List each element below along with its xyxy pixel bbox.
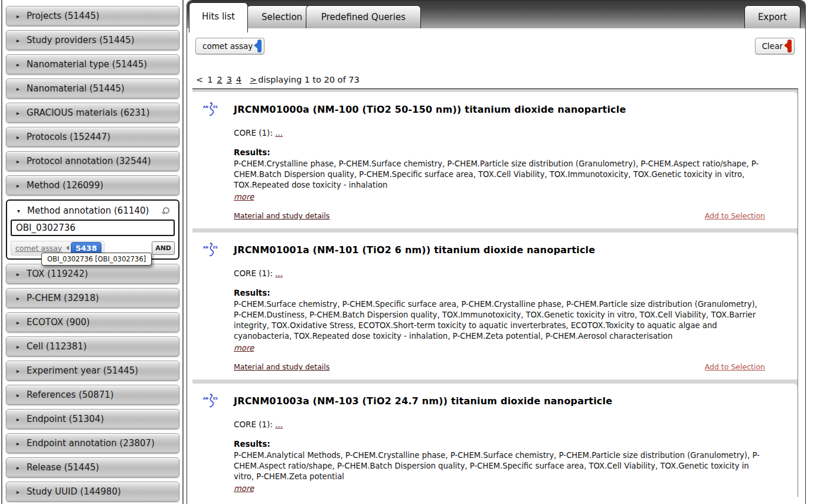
facet-sidebar: ▸ Projects (51445) ▸ Study providers (51… [1,0,184,504]
tab-hits-list[interactable]: Hits list [189,2,248,32]
facet-item-label: P-CHEM (32918) [27,293,99,303]
result-links-row: Material and study details Add to Select… [234,362,765,371]
more-link[interactable]: more [234,343,254,354]
tab-predefined-queries[interactable]: Predefined Queries [306,5,421,28]
active-filter-chip[interactable]: comet assay [195,38,264,54]
result-card: AN ES JRCNM01003a (NM-103 (TiO2 24.7 nm)… [192,384,798,497]
page-link-2[interactable]: 2 [217,75,222,84]
facet-item-p-chem-32918[interactable]: ▸ P-CHEM (32918) [6,288,179,308]
svg-text:AN: AN [203,105,208,109]
facet-search-input[interactable] [11,220,175,236]
facet-item-gracious-materials-6231[interactable]: ▸ GRACIOUS materials (6231) [6,103,179,123]
facet-method-annotation-header[interactable]: ▾ Method annotation (61140) [11,202,175,220]
chevron-right-icon: ▸ [17,182,19,189]
core-expand-link[interactable]: ... [275,128,283,138]
results-text: P-CHEM.Surface chemistry, P-CHEM.Specifi… [234,299,765,342]
svg-text:ES: ES [213,105,218,109]
facet-item-label: Nanomaterial (51445) [27,83,125,94]
core-expand-link[interactable]: ... [275,269,283,278]
more-link[interactable]: more [234,192,254,202]
chevron-right-icon: ▸ [17,416,19,423]
facet-method-annotation-open: ▾ Method annotation (61140) comet assay … [6,199,179,260]
facet-item-protocol-annotation-32544[interactable]: ▸ Protocol annotation (32544) [6,151,179,171]
facet-item-references-50871[interactable]: ▸ References (50871) [6,385,179,405]
facet-item-cell-112381[interactable]: ▸ Cell (112381) [6,336,179,356]
facet-item-label: Study UUID (144980) [27,486,121,497]
pagination: <1234>displaying 1 to 20 of 73 [187,54,805,84]
results-text: P-CHEM.Analytical Methods, P-CHEM.Crysta… [234,450,765,482]
core-label: CORE (1): [234,420,275,429]
core-row: CORE (1): ... [234,128,765,138]
results-text: P-CHEM.Crystalline phase, P-CHEM.Surface… [234,159,765,191]
anses-logo-icon: AN ES [203,102,218,117]
facet-item-nanomaterial-type-51445[interactable]: ▸ Nanomaterial type (51445) [6,54,179,74]
facet-item-projects-51445[interactable]: ▸ Projects (51445) [6,6,179,26]
svg-text:ES: ES [213,397,218,400]
facet-item-method-126099[interactable]: ▸ Method (126099) [6,175,179,195]
chevron-right-icon: ▸ [17,158,19,165]
facet-item-label: Endpoint (51304) [27,414,104,424]
facet-item-ecotox-900[interactable]: ▸ ECOTOX (900) [6,312,179,332]
chevron-right-icon: ▸ [17,343,19,350]
chip-arrow-icon [66,246,69,250]
svg-text:ES: ES [213,246,218,249]
clear-icon[interactable] [787,40,792,53]
page-link-4[interactable]: 4 [236,75,241,84]
and-operator-button[interactable]: AND [152,241,175,255]
result-title: JRCNM01001a (NM-101 (TiO2 6 nm)) titaniu… [234,244,765,256]
page-links: 234 [217,75,246,84]
facet-list-top: ▸ Projects (51445) ▸ Study providers (51… [6,6,179,195]
facet-item-label: Protocols (152447) [27,132,110,142]
facet-chip-label[interactable]: comet assay [15,244,62,253]
remove-filter-icon[interactable] [257,40,262,53]
tab-export[interactable]: Export [744,5,800,28]
results-label: Results: [234,288,765,297]
facet-item-label: Method (126099) [27,180,103,191]
material-details-link[interactable]: Material and study details [234,211,330,220]
facet-item-study-providers-51445[interactable]: ▸ Study providers (51445) [6,30,179,50]
facet-item-endpoint-annotation-23807[interactable]: ▸ Endpoint annotation (23807) [6,433,179,453]
core-expand-link[interactable]: ... [275,420,283,429]
chevron-right-icon: ▸ [17,464,19,471]
facet-item-label: Release (51445) [27,462,99,473]
facet-item-label: ECOTOX (900) [27,317,90,328]
svg-text:AN: AN [203,246,208,249]
chevron-right-icon: ▸ [17,110,19,116]
facet-item-study-uuid-144980[interactable]: ▸ Study UUID (144980) [6,482,179,502]
facet-item-label: Endpoint annotation (23807) [27,438,155,449]
result-title: JRCNM01000a (NM-100 (TiO2 50-150 nm)) ti… [234,104,765,115]
facet-item-endpoint-51304[interactable]: ▸ Endpoint (51304) [6,409,179,429]
facet-item-protocols-152447[interactable]: ▸ Protocols (152447) [6,127,179,147]
material-details-link[interactable]: Material and study details [234,362,330,371]
page-link-3[interactable]: 3 [227,75,232,84]
result-body: JRCNM01001a (NM-101 (TiO2 6 nm)) titaniu… [234,244,765,371]
facet-item-nanomaterial-51445[interactable]: ▸ Nanomaterial (51445) [6,78,179,99]
facet-label: Method annotation (61140) [27,205,149,216]
facet-item-label: Protocol annotation (32544) [27,156,151,166]
page-prev[interactable]: < [196,75,203,84]
chevron-right-icon: ▸ [17,392,19,398]
page-current: 1 [207,75,213,84]
main-panel: Hits list Selection Predefined Queries E… [187,0,806,504]
clear-button-label: Clear [762,41,783,51]
result-body: JRCNM01003a (NM-103 (TiO2 24.7 nm)) tita… [234,395,765,497]
more-link[interactable]: more [234,483,254,494]
add-to-selection-link[interactable]: Add to Selection [705,362,765,371]
core-label: CORE (1): [234,128,275,138]
term-tooltip: OBI_0302736 [OBI_0302736] [41,253,152,266]
core-row: CORE (1): ... [234,269,765,278]
chevron-right-icon: ▸ [17,13,19,19]
facet-item-release-51445[interactable]: ▸ Release (51445) [6,457,179,477]
add-to-selection-link[interactable]: Add to Selection [705,211,765,220]
clear-filters-button[interactable]: Clear [755,38,795,54]
facet-item-experiment-year-51445[interactable]: ▸ Experiment year (51445) [6,361,179,381]
facet-item-tox-119242[interactable]: ▸ TOX (119242) [6,264,179,284]
core-row: CORE (1): ... [234,420,765,429]
page-next[interactable]: > [250,75,257,84]
search-icon[interactable] [162,207,170,215]
facet-item-label: TOX (119242) [27,269,88,279]
anses-logo-icon: AN ES [203,393,218,408]
facet-item-label: Projects (51445) [27,11,99,21]
results-list: AN ES JRCNM01000a (NM-100 (TiO2 50-150 n… [192,89,798,497]
facet-item-label: Study providers (51445) [27,35,135,45]
